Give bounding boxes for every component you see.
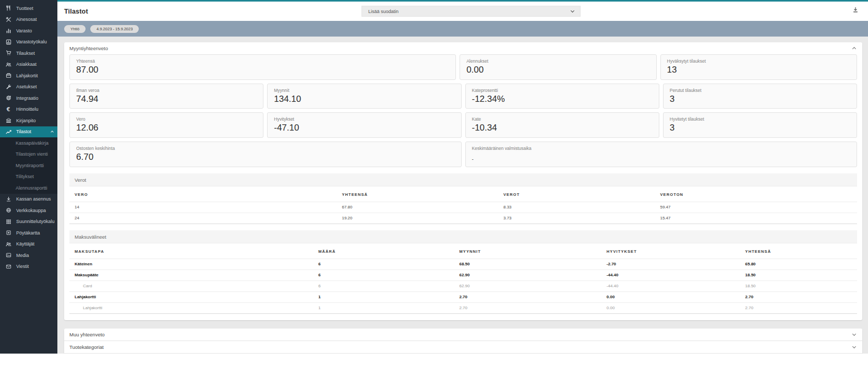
column-header: MÄÄRÄ <box>318 243 459 259</box>
filter-chip-daterange[interactable]: 4.9.2023 - 15.9.2023 <box>90 25 139 33</box>
cell: 6 <box>318 269 459 280</box>
payment-methods-section-title: Maksuvälineet <box>69 230 857 243</box>
sidebar-item-integraatio[interactable]: Integraatio <box>0 92 57 104</box>
sales-summary-panel: Myyntiyhteenveto Yhteensä 87.00 Alennuks… <box>64 42 862 320</box>
sidebar-item-suunnittelutyokalu[interactable]: Suunnittelutyökalu <box>0 216 57 228</box>
column-header: VEROT <box>503 186 660 202</box>
column-header: YHTEENSÄ <box>745 243 857 259</box>
euro-icon: € <box>5 107 11 112</box>
sidebar-item-label: Tilaukset <box>16 51 35 56</box>
cell: 2.70 <box>745 291 857 302</box>
sidebar-item-tilaukset[interactable]: Tilaukset <box>0 48 57 59</box>
filter-dropdown[interactable]: Lisää suodatin <box>361 6 581 17</box>
sidebar-submenu-tilastot: Kassapäiväkirja Tilastojen vienti Myynti… <box>0 137 57 194</box>
table-row-lahjakortti-sub: Lahjakortti 1 2.70 0.00 2.70 <box>69 302 857 313</box>
image-icon <box>5 252 11 258</box>
sidebar-item-asiakkaat[interactable]: Asiakkaat <box>0 59 57 71</box>
sidebar-item-label: Viestit <box>16 264 29 269</box>
sidebar-subitem-myyntiraportti[interactable]: Myyntiraportti <box>0 160 57 171</box>
sidebar-item-kayttajat[interactable]: Käyttäjät <box>0 239 57 250</box>
users-icon <box>5 62 11 67</box>
sidebar-subitem-tilitykset[interactable]: Tilitykset <box>0 171 57 183</box>
section-header-muu-yhteenveto[interactable]: Muu yhteenveto <box>64 329 862 341</box>
sidebar-item-verkkokauppa[interactable]: Verkkokauppa <box>0 205 57 216</box>
cell: 15.47 <box>660 213 857 224</box>
cell: -44.40 <box>607 280 745 291</box>
kpi-value: 13 <box>667 65 850 75</box>
grid-icon <box>5 219 11 225</box>
sidebar-subitem-alennusraportti[interactable]: Alennusraportti <box>0 182 57 194</box>
sidebar-item-tuotteet[interactable]: Tuotteet <box>0 3 57 14</box>
section-header-top-20-tuotteet[interactable]: Top 20-tuotteet <box>64 353 862 354</box>
integration-globe-icon <box>5 95 11 101</box>
download-button[interactable] <box>852 7 859 15</box>
column-header: HYVITYKSET <box>607 243 745 259</box>
section-header-tuotekategoriat[interactable]: Tuotekategoriat <box>64 341 862 353</box>
bar-chart-icon <box>5 28 11 33</box>
sidebar-item-viestit[interactable]: Viestit <box>0 261 57 273</box>
table-row: 24 19.20 3.73 15.47 <box>69 213 857 224</box>
sidebar-subitem-label: Alennusraportti <box>16 185 47 191</box>
kpi-value: 134.10 <box>274 95 454 104</box>
column-header: MAKSUTAPA <box>69 243 318 259</box>
cell: 3.73 <box>503 213 660 224</box>
sidebar-item-tilastot[interactable]: Tilastot <box>0 126 57 138</box>
cell: 24 <box>69 213 342 224</box>
sidebar-item-label: Varastotyökalu <box>16 39 47 44</box>
cell: Lahjakortti <box>69 291 318 302</box>
kpi-label: Myynnit <box>274 88 454 93</box>
sidebar-item-label: Media <box>16 253 29 258</box>
bank-icon <box>5 118 11 123</box>
kpi-value: -10.34 <box>472 123 653 133</box>
sidebar-item-asetukset[interactable]: Asetukset <box>0 81 57 93</box>
kpi-card-kateprosentti: Kateprosentti -12.34% <box>465 84 659 109</box>
sidebar-subitem-kassapaivakirja[interactable]: Kassapäiväkirja <box>0 137 57 149</box>
section-title: Muu yhteenveto <box>69 332 105 337</box>
kpi-value: 3 <box>670 123 850 133</box>
sidebar-item-lahjakortit[interactable]: Lahjakortit <box>0 70 57 81</box>
cell: 2.70 <box>459 302 606 313</box>
cell: Lahjakortti <box>69 302 318 313</box>
cell: 0.00 <box>607 302 745 313</box>
cell: Card <box>69 280 318 291</box>
sidebar-item-label: Tuotteet <box>16 6 33 11</box>
kpi-value: 3 <box>670 95 850 104</box>
content-area: Myyntiyhteenveto Yhteensä 87.00 Alennuks… <box>57 37 868 354</box>
cell: Käteinen <box>69 259 318 269</box>
users-icon <box>5 241 11 247</box>
kpi-label: Vero <box>76 116 257 122</box>
section-header-myyntiyhteenveto[interactable]: Myyntiyhteenveto <box>69 42 857 54</box>
sidebar-item-kassan-asennus[interactable]: Kassan asennus <box>0 194 57 205</box>
kpi-card-keskimaarainen-valmistusaika: Keskimääräinen valmistusaika - <box>465 142 858 167</box>
app-window: Tuotteet Ainesosat Varasto Varastotyökal… <box>0 0 868 354</box>
kpi-label: Hyväksytyt tilaukset <box>667 58 850 64</box>
cell: 18.50 <box>745 269 857 280</box>
sidebar-item-poytakartta[interactable]: Pöytäkartta <box>0 227 57 239</box>
sidebar-subitem-label: Kassapäiväkirja <box>16 140 49 146</box>
kpi-value: 87.00 <box>76 65 449 75</box>
sidebar-subitem-tilastojen-vienti[interactable]: Tilastojen vienti <box>0 149 57 160</box>
active-filters-bar: Yhtiö 4.9.2023 - 15.9.2023 <box>57 21 868 37</box>
cell: 2.70 <box>745 302 857 313</box>
sidebar-item-media[interactable]: Media <box>0 250 57 261</box>
sidebar-item-label: Kassan asennus <box>16 196 51 202</box>
sidebar-item-varastotyokalu[interactable]: Varastotyökalu <box>0 37 57 48</box>
kpi-card-kate: Kate -10.34 <box>465 112 659 138</box>
sidebar-item-label: Hinnoittelu <box>16 107 39 112</box>
sidebar-item-varasto[interactable]: Varasto <box>0 25 57 37</box>
sidebar-item-label: Käyttäjät <box>16 241 34 247</box>
kpi-label: Hyvitykset <box>274 116 454 122</box>
filter-chip-company[interactable]: Yhtiö <box>64 25 86 33</box>
sidebar-item-ainesosat[interactable]: Ainesosat <box>0 14 57 26</box>
sidebar-item-hinnoittelu[interactable]: € Hinnoittelu <box>0 104 57 115</box>
column-header: MYYNNIT <box>459 243 606 259</box>
download-icon <box>852 7 859 13</box>
kpi-card-vero: Vero 12.06 <box>69 112 263 138</box>
svg-text:€: € <box>6 107 10 112</box>
sidebar-item-label: Asetukset <box>16 84 37 89</box>
kpi-label: Ostosten keskihinta <box>76 146 455 151</box>
sidebar-item-label: Pöytäkartta <box>16 230 40 236</box>
sidebar-item-kirjanpito[interactable]: Kirjanpito <box>0 115 57 126</box>
sidebar-item-label: Varasto <box>16 28 32 33</box>
chart-box-icon <box>5 39 11 45</box>
